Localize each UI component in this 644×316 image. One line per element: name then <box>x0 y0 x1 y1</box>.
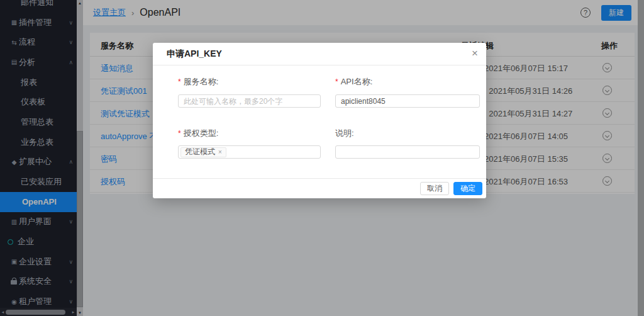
api-name-input[interactable] <box>335 94 480 108</box>
cancel-button[interactable]: 取消 <box>420 182 449 195</box>
modal-footer: 取消 确定 <box>153 178 486 198</box>
required-asterisk: * <box>178 77 181 86</box>
tag-remove-icon[interactable]: × <box>218 149 222 155</box>
modal-title: 申请API_KEY <box>167 48 222 60</box>
modal-body: *服务名称: *API名称: *授权类型: 说明: 凭证模式 × <box>153 65 486 178</box>
api-name-label: *API名称: <box>335 76 480 87</box>
required-asterisk: * <box>178 129 181 138</box>
auth-type-select[interactable]: 凭证模式 × <box>178 145 321 159</box>
auth-type-tag: 凭证模式 × <box>180 147 226 157</box>
auth-type-label: *授权类型: <box>178 128 321 139</box>
service-name-label: *服务名称: <box>178 76 321 87</box>
apply-api-key-modal: 申请API_KEY × *服务名称: *API名称: *授权类型: 说明: 凭证… <box>153 43 486 198</box>
service-name-input[interactable] <box>178 94 321 108</box>
description-input[interactable] <box>335 145 480 159</box>
modal-header: 申请API_KEY × <box>153 43 486 65</box>
close-icon[interactable]: × <box>472 47 478 60</box>
description-label: 说明: <box>335 128 480 139</box>
confirm-button[interactable]: 确定 <box>453 182 482 195</box>
required-asterisk: * <box>335 77 338 86</box>
